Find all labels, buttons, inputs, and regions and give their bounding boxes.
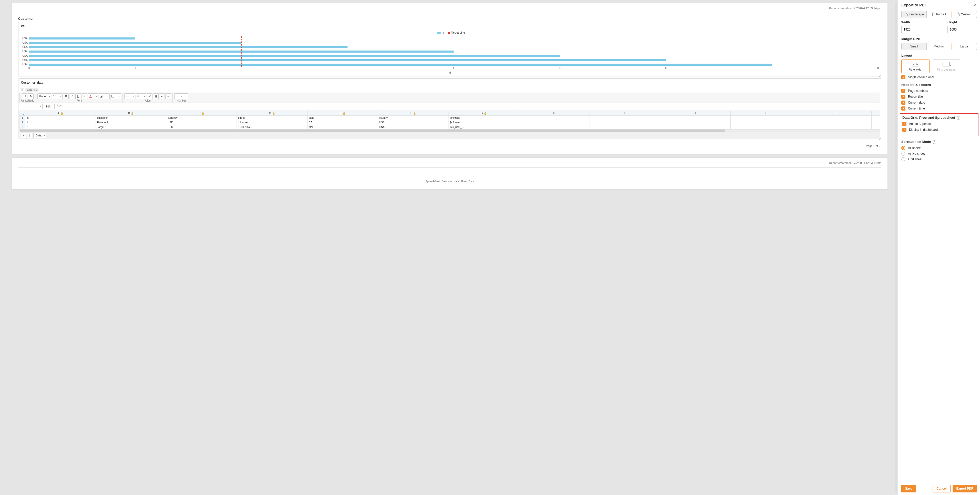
row-header[interactable]: 2 [19, 120, 25, 125]
column-header[interactable]: G🔒 [449, 111, 519, 116]
cell[interactable]: timezone [449, 116, 519, 120]
column-header[interactable]: J [660, 111, 730, 116]
help-icon[interactable]: ? [957, 116, 960, 120]
cell[interactable] [801, 116, 872, 120]
current-time-checkbox[interactable] [901, 107, 905, 110]
report-title-checkbox[interactable] [901, 95, 905, 99]
indent-left-button[interactable]: ⇤ [159, 93, 165, 99]
text-color-button[interactable]: A▾ [88, 93, 99, 99]
margin-large[interactable]: Large [951, 43, 977, 50]
v-align-button[interactable]: ☰▾ [135, 93, 146, 99]
column-header[interactable]: D🔒 [237, 111, 307, 116]
vertical-scrollbar[interactable] [896, 2, 897, 493]
bold-button[interactable]: B [63, 93, 69, 99]
cell[interactable]: id [25, 116, 95, 120]
cell[interactable] [730, 120, 801, 125]
cell[interactable]: $c9_user_... [449, 120, 519, 125]
strike-button[interactable]: S [81, 93, 87, 99]
fill-color-button[interactable]: ◢▾ [99, 93, 110, 99]
cell[interactable]: 1 Hacker ... [237, 120, 307, 125]
resize-handle-icon[interactable] [878, 136, 881, 139]
cell[interactable]: USA [378, 120, 448, 125]
h-align-button[interactable]: ≡▾ [124, 93, 135, 99]
column-header[interactable]: F🔒 [378, 111, 448, 116]
all-sheets-radio[interactable] [901, 146, 905, 150]
single-column-checkbox[interactable] [901, 75, 905, 79]
first-sheet-radio[interactable] [901, 157, 905, 161]
cell[interactable]: customer [96, 116, 166, 120]
column-header[interactable]: L [801, 111, 872, 116]
cell[interactable]: USD [166, 125, 237, 129]
redo-button[interactable]: ↻ [28, 93, 33, 99]
margin-medium[interactable]: Medium [927, 43, 952, 50]
cell[interactable] [660, 120, 730, 125]
cell[interactable]: $c9_user_... [449, 125, 519, 129]
column-header[interactable]: A🔒 [25, 111, 95, 116]
cell[interactable]: USA [378, 125, 448, 129]
height-input[interactable] [947, 26, 980, 34]
add-sheet-button[interactable]: ＋ [21, 133, 26, 138]
cell[interactable]: state [307, 116, 378, 120]
margin-small[interactable]: Small [902, 43, 927, 50]
cell[interactable]: street [237, 116, 307, 120]
current-date-checkbox[interactable] [901, 101, 905, 105]
filter-icon[interactable] [20, 88, 24, 91]
report-preview-area[interactable]: Report created on 17/2/2024 12:03:14 pm … [0, 0, 898, 495]
resize-handle-icon[interactable] [878, 73, 881, 76]
filter-chip[interactable]: state is ✕ [25, 88, 38, 91]
add-appendix-checkbox[interactable] [902, 122, 907, 126]
cell[interactable] [589, 125, 660, 129]
cell[interactable]: Facebook [96, 120, 166, 125]
cell[interactable] [872, 116, 880, 120]
cell[interactable]: MN [307, 125, 378, 129]
cell[interactable]: country [378, 116, 448, 120]
save-button[interactable]: Save [901, 485, 916, 492]
cell[interactable]: 1000 Nico... [237, 125, 307, 129]
wrap-button[interactable]: ⤶ [147, 93, 153, 99]
sheet-tab-data[interactable]: Data▾ [33, 133, 46, 138]
cell[interactable] [660, 125, 730, 129]
font-size-select[interactable]: 15▾ [52, 93, 62, 99]
orientation-custom[interactable]: Custom [951, 11, 977, 18]
column-header[interactable]: K [730, 111, 801, 116]
close-button[interactable]: ✕ [974, 3, 977, 8]
help-icon[interactable]: ? [932, 140, 936, 144]
cell[interactable]: 1 [25, 120, 95, 125]
cell[interactable] [589, 116, 660, 120]
cell[interactable] [730, 116, 801, 120]
font-family-select[interactable]: Roboto▾ [37, 93, 51, 99]
row-header[interactable]: 3 [19, 125, 25, 129]
column-header[interactable]: I [589, 111, 660, 116]
cell[interactable]: Target [96, 125, 166, 129]
export-pdf-button[interactable]: Export PDF [953, 485, 977, 492]
orientation-portrait[interactable]: Portrait [927, 11, 952, 18]
undo-button[interactable]: ↺ [22, 93, 27, 99]
cell[interactable] [519, 125, 589, 129]
display-dashboard-checkbox[interactable] [902, 128, 907, 132]
borders-button[interactable]: ▾ [110, 93, 121, 99]
underline-button[interactable]: U [75, 93, 81, 99]
cell-reference-select[interactable]: ▾ [20, 104, 43, 109]
fx-button[interactable]: f(x) [54, 104, 63, 109]
cell[interactable] [660, 116, 730, 120]
cell[interactable] [801, 120, 872, 125]
column-header[interactable]: B🔒 [96, 111, 166, 116]
cell[interactable]: currency [166, 116, 237, 120]
number-format-select[interactable]: ▾ [174, 93, 188, 99]
row-header[interactable]: 1 [19, 116, 25, 120]
column-header[interactable]: H [519, 111, 589, 116]
cell[interactable] [519, 120, 589, 125]
layout-fit-page[interactable]: Fit to one page [932, 59, 960, 73]
italic-button[interactable]: I [69, 93, 75, 99]
horizontal-scrollbar[interactable] [19, 129, 880, 132]
cell[interactable]: CA [307, 120, 378, 125]
page-numbers-checkbox[interactable] [901, 89, 905, 93]
cell[interactable] [730, 125, 801, 129]
cell[interactable] [872, 120, 880, 125]
spreadsheet-grid[interactable]: A🔒B🔒C🔒D🔒E🔒F🔒G🔒HIJKLMNOPQ1idcustomercurre… [19, 110, 880, 129]
orientation-landscape[interactable]: Landscape [902, 11, 927, 18]
merge-button[interactable]: ▦ [153, 93, 159, 99]
column-header[interactable]: M [872, 111, 880, 116]
select-all-corner[interactable] [19, 111, 25, 116]
cell[interactable]: 2 [25, 125, 95, 129]
